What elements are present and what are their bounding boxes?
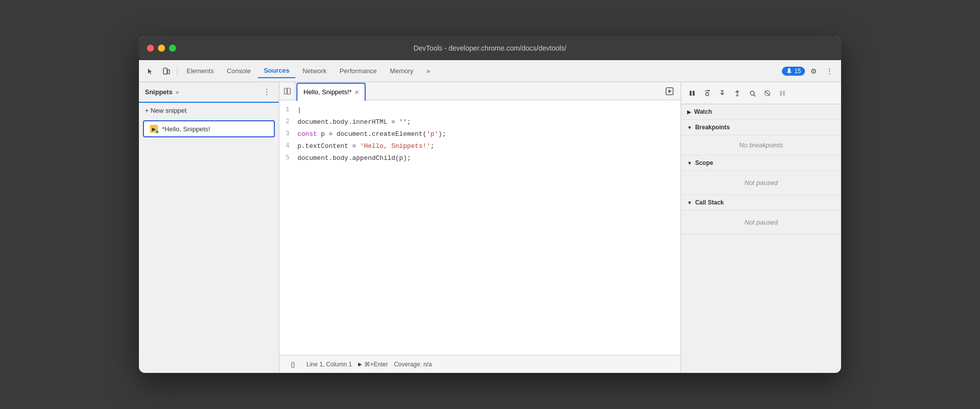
line-content-5: document.body.appendChild(p); xyxy=(297,153,681,164)
call-stack-not-paused: Not paused xyxy=(681,211,841,235)
snippets-kebab-icon[interactable]: ⋮ xyxy=(261,86,273,98)
status-bar: {} Line 1, Column 1 ▶ ⌘+Enter Coverage: … xyxy=(279,355,681,373)
toolbar-divider-1 xyxy=(177,66,178,76)
tab-performance[interactable]: Performance xyxy=(334,64,383,78)
more-tabs-button[interactable]: » xyxy=(420,64,436,78)
code-line-2: 2 document.body.innerHTML = ''; xyxy=(279,116,681,128)
line-num-3: 3 xyxy=(279,129,297,139)
breakpoints-empty-label: No breakpoints xyxy=(681,135,841,155)
pause-on-exceptions-button[interactable] xyxy=(775,86,789,100)
step-button[interactable] xyxy=(745,86,759,100)
notification-count: 15 xyxy=(794,68,801,75)
call-stack-section-header[interactable]: ▼ Call Stack xyxy=(681,195,841,211)
title-bar: DevTools - developer.chrome.com/docs/dev… xyxy=(139,36,841,60)
svg-marker-5 xyxy=(669,89,672,93)
close-button[interactable] xyxy=(147,45,154,52)
hello-snippets-tab[interactable]: Hello, Snippets!* × xyxy=(296,83,366,101)
new-snippet-button[interactable]: + New snippet xyxy=(139,103,279,118)
svg-rect-3 xyxy=(287,88,290,94)
line-content-4: p.textContent = 'Hello, Snippets!'; xyxy=(297,141,681,152)
breakpoints-triangle-icon: ▼ xyxy=(687,125,692,130)
code-line-4: 4 p.textContent = 'Hello, Snippets!'; xyxy=(279,140,681,152)
watch-triangle-icon: ▶ xyxy=(687,109,691,115)
watch-section-header[interactable]: ▶ Watch xyxy=(681,104,841,120)
tab-elements[interactable]: Elements xyxy=(181,64,220,78)
scope-section-header[interactable]: ▼ Scope xyxy=(681,155,841,171)
code-line-3: 3 const p = document.createElement('p'); xyxy=(279,128,681,140)
snippets-more-icon[interactable]: » xyxy=(176,89,179,96)
devtools-window: DevTools - developer.chrome.com/docs/dev… xyxy=(139,36,841,373)
main-content: Snippets » ⋮ + New snippet ▶ *Hello, Sni… xyxy=(139,82,841,373)
run-shortcut-label: ⌘+Enter xyxy=(364,361,388,368)
tab-network[interactable]: Network xyxy=(296,64,333,78)
svg-rect-2 xyxy=(284,88,287,94)
code-editor[interactable]: 1 2 document.body.innerHTML = ''; 3 cons… xyxy=(279,100,681,355)
fullscreen-button[interactable] xyxy=(169,45,176,52)
svg-rect-7 xyxy=(693,91,695,96)
svg-rect-16 xyxy=(783,91,785,96)
breakpoints-title: Breakpoints xyxy=(695,124,730,131)
traffic-lights xyxy=(147,45,176,52)
debug-toolbar xyxy=(681,82,841,104)
svg-rect-1 xyxy=(168,70,170,74)
run-snippet-icon[interactable] xyxy=(663,84,677,98)
line-num-2: 2 xyxy=(279,117,297,127)
svg-rect-15 xyxy=(780,91,782,96)
step-over-button[interactable] xyxy=(700,86,714,100)
file-tab-label: Hello, Snippets!* xyxy=(303,88,352,96)
line-num-5: 5 xyxy=(279,153,297,163)
run-shortcut: ▶ ⌘+Enter xyxy=(358,361,388,368)
snippet-file-icon: ▶ xyxy=(150,125,158,133)
left-panel: Snippets » ⋮ + New snippet ▶ *Hello, Sni… xyxy=(139,82,279,373)
svg-rect-6 xyxy=(690,91,692,96)
tab-sources[interactable]: Sources xyxy=(258,64,295,78)
code-line-5: 5 document.body.appendChild(p); xyxy=(279,152,681,164)
svg-rect-0 xyxy=(164,68,167,74)
main-toolbar: Elements Console Sources Network Perform… xyxy=(139,60,841,82)
pause-button[interactable] xyxy=(685,86,699,100)
snippet-name: *Hello, Snippets! xyxy=(162,125,210,133)
file-tabs-bar: Hello, Snippets!* × xyxy=(279,82,681,100)
format-icon[interactable]: {} xyxy=(285,357,300,372)
watch-title: Watch xyxy=(694,108,712,115)
right-panel: ▶ Watch ▼ Breakpoints No breakpoints ▼ S… xyxy=(681,82,841,373)
snippets-panel-header: Snippets » ⋮ xyxy=(139,82,279,103)
tab-console[interactable]: Console xyxy=(221,64,257,78)
scope-title: Scope xyxy=(695,159,713,166)
line-content-3: const p = document.createElement('p'); xyxy=(297,129,681,140)
scope-not-paused: Not paused xyxy=(681,171,841,195)
middle-panel: Hello, Snippets!* × 1 2 document.body.in… xyxy=(279,82,681,373)
step-into-button[interactable] xyxy=(715,86,729,100)
tab-memory[interactable]: Memory xyxy=(384,64,419,78)
snippet-item[interactable]: ▶ *Hello, Snippets! xyxy=(143,120,275,137)
code-line-1: 1 xyxy=(279,104,681,116)
snippet-active-dot xyxy=(155,130,159,134)
new-snippet-label: + New snippet xyxy=(145,107,187,114)
line-num-4: 4 xyxy=(279,141,297,151)
device-toolbar-icon[interactable] xyxy=(159,64,174,79)
svg-point-8 xyxy=(706,93,709,96)
line-content-1 xyxy=(297,105,681,116)
window-title: DevTools - developer.chrome.com/docs/dev… xyxy=(413,44,566,52)
cursor-position: Line 1, Column 1 xyxy=(306,361,352,368)
run-triangle-icon: ▶ xyxy=(358,361,362,367)
settings-icon[interactable]: ⚙ xyxy=(806,64,821,79)
snippets-title: Snippets xyxy=(145,88,173,96)
file-tab-close-icon[interactable]: × xyxy=(355,89,359,96)
line-content-2: document.body.innerHTML = ''; xyxy=(297,117,681,128)
collapse-sidebar-icon[interactable] xyxy=(279,82,295,100)
call-stack-triangle-icon: ▼ xyxy=(687,200,692,206)
step-out-button[interactable] xyxy=(730,86,744,100)
breakpoints-section-header[interactable]: ▼ Breakpoints xyxy=(681,120,841,135)
scope-triangle-icon: ▼ xyxy=(687,160,692,166)
line-num-1: 1 xyxy=(279,105,297,115)
call-stack-title: Call Stack xyxy=(695,199,724,206)
notification-badge[interactable]: 15 xyxy=(782,67,805,76)
deactivate-breakpoints-button[interactable] xyxy=(760,86,774,100)
coverage-label: Coverage: n/a xyxy=(394,361,431,368)
more-options-icon[interactable]: ⋮ xyxy=(822,64,837,79)
select-tool-icon[interactable] xyxy=(143,64,158,79)
minimize-button[interactable] xyxy=(158,45,165,52)
